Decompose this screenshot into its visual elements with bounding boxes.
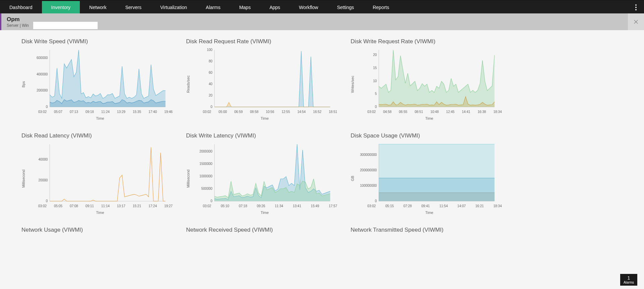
svg-text:400000: 400000	[37, 72, 48, 76]
svg-text:1000000: 1000000	[199, 174, 212, 178]
close-icon	[633, 19, 639, 25]
x-axis-label: Time	[192, 211, 337, 215]
y-axis-label: Millisecond	[21, 142, 25, 215]
svg-text:0: 0	[210, 105, 212, 109]
nav-item-maps[interactable]: Maps	[230, 1, 260, 13]
svg-text:200000000: 200000000	[360, 168, 377, 172]
y-axis-label: Millisecond	[186, 142, 190, 215]
svg-text:2000000: 2000000	[199, 150, 212, 153]
svg-text:80: 80	[209, 59, 213, 63]
main-nav: DashboardInventoryNetworkServersVirtuali…	[0, 1, 644, 13]
chart-title: Disk Write Request Rate (VIWMI)	[351, 38, 502, 45]
chart-card: Disk Read Request Rate (VIWMI)Reads/sec0…	[186, 38, 337, 120]
kebab-menu-icon[interactable]	[632, 1, 640, 13]
svg-text:40: 40	[209, 82, 213, 86]
nav-item-virtualization[interactable]: Virtualization	[151, 1, 197, 13]
x-axis-label: Time	[357, 211, 502, 215]
svg-text:20000: 20000	[39, 178, 48, 182]
svg-text:1500000: 1500000	[199, 162, 212, 166]
nav-item-inventory[interactable]: Inventory	[42, 1, 80, 13]
x-axis-ticks: 03:0205:0507:0809:1111:1413:1715:2117:24…	[28, 203, 173, 208]
chart-card: Network Usage (VIWMI)	[21, 227, 173, 237]
chart-title: Disk Space Usage (VIWMI)	[351, 132, 502, 139]
sub-header: Opm Server | Win lost	[0, 13, 644, 30]
chart-plot[interactable]: 020406080100	[192, 48, 337, 109]
chart-title: Disk Write Speed (VIWMI)	[21, 38, 173, 45]
svg-text:60: 60	[209, 71, 213, 74]
chart-title: Disk Read Latency (VIWMI)	[21, 132, 173, 139]
chart-card: Disk Write Speed (VIWMI)Bps0200000400000…	[21, 38, 173, 120]
svg-text:0: 0	[46, 105, 48, 109]
x-axis-label: Time	[357, 116, 502, 120]
subtitle-prefix: Server | Win	[7, 23, 29, 28]
chart-plot[interactable]: 0100000000200000000300000000	[357, 142, 502, 203]
chart-plot[interactable]: 0200000400000600000	[28, 48, 173, 109]
x-axis-label: Time	[28, 116, 173, 120]
x-axis-label: Time	[192, 116, 337, 120]
nav-item-reports[interactable]: Reports	[363, 1, 398, 13]
svg-text:0: 0	[46, 199, 48, 203]
nav-item-settings[interactable]: Settings	[328, 1, 364, 13]
svg-text:600000: 600000	[37, 56, 48, 60]
close-button[interactable]	[628, 13, 644, 30]
chart-card: Network Received Speed (VIWMI)	[186, 227, 337, 237]
x-axis-ticks: 03:0205:0707:1309:1811:2413:2915:3517:40…	[28, 109, 173, 114]
nav-item-servers[interactable]: Servers	[116, 1, 151, 13]
svg-text:20: 20	[209, 94, 213, 97]
nav-item-workflow[interactable]: Workflow	[289, 1, 327, 13]
svg-text:100: 100	[207, 48, 212, 52]
chart-plot[interactable]: 05101520	[357, 48, 502, 109]
x-axis-ticks: 03:0204:5806:5508:5110:4812:4514:4116:38…	[357, 109, 502, 114]
svg-text:200000: 200000	[37, 89, 48, 92]
chart-title: Disk Read Request Rate (VIWMI)	[186, 38, 337, 45]
chart-card: Disk Read Latency (VIWMI)Millisecond0200…	[21, 132, 173, 215]
svg-text:40000: 40000	[39, 158, 48, 161]
x-axis-label: Time	[28, 211, 173, 215]
svg-text:10: 10	[373, 79, 377, 83]
svg-text:300000000: 300000000	[360, 153, 377, 157]
svg-text:0: 0	[375, 199, 377, 203]
y-axis-label: Bps	[21, 48, 25, 120]
svg-text:500000: 500000	[201, 187, 213, 190]
x-axis-ticks: 03:0205:1507:2809:4111:5414:0716:2118:34	[357, 203, 502, 208]
y-axis-label: GB	[351, 142, 355, 215]
chart-card: Disk Write Request Rate (VIWMI)Writes/se…	[351, 38, 502, 120]
y-axis-label: Writes/sec	[351, 48, 355, 120]
chart-plot[interactable]: 0500000100000015000002000000	[192, 142, 337, 203]
svg-text:0: 0	[210, 199, 212, 203]
x-axis-ticks: 03:0205:1007:1809:2611:3413:4115:4917:57	[192, 203, 337, 208]
chart-title: Network Usage (VIWMI)	[21, 227, 173, 233]
nav-item-alarms[interactable]: Alarms	[197, 1, 230, 13]
nav-item-apps[interactable]: Apps	[260, 1, 289, 13]
chart-card: Network Transmitted Speed (VIWMI)	[351, 227, 502, 237]
chart-title: Disk Write Latency (VIWMI)	[186, 132, 337, 139]
svg-text:15: 15	[373, 66, 377, 70]
nav-item-network[interactable]: Network	[80, 1, 116, 13]
svg-text:100000000: 100000000	[360, 184, 377, 187]
charts-grid: Disk Write Speed (VIWMI)Bps0200000400000…	[0, 30, 523, 245]
chart-card: Disk Space Usage (VIWMI)GB01000000002000…	[351, 132, 502, 215]
svg-text:5: 5	[375, 92, 377, 96]
y-axis-label: Reads/sec	[186, 48, 190, 120]
redacted-mask	[33, 22, 98, 29]
svg-text:20: 20	[373, 53, 377, 57]
svg-text:0: 0	[375, 105, 377, 109]
chart-title: Network Received Speed (VIWMI)	[186, 227, 337, 233]
x-axis-ticks: 03:0205:0006:5908:5810:5612:5514:5416:52…	[192, 109, 337, 114]
chart-title: Network Transmitted Speed (VIWMI)	[351, 227, 502, 233]
chart-card: Disk Write Latency (VIWMI)Millisecond050…	[186, 132, 337, 215]
nav-item-dashboard[interactable]: Dashboard	[0, 1, 42, 13]
chart-plot[interactable]: 02000040000	[28, 142, 173, 203]
